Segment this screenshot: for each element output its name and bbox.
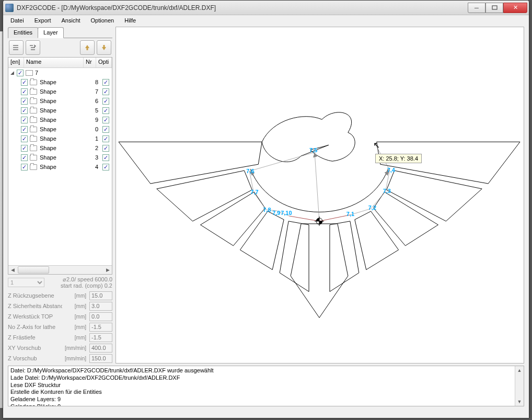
param-input[interactable] [89, 344, 112, 353]
folder-icon [30, 117, 37, 123]
menu-help[interactable]: Hilfe [120, 16, 140, 25]
row-name: Shape [40, 98, 92, 104]
checkbox[interactable] [17, 70, 24, 76]
checkbox[interactable] [21, 154, 28, 161]
checkbox[interactable] [21, 135, 28, 142]
tool-select[interactable]: 1 [8, 278, 44, 287]
drawing-canvas[interactable]: 7,5 7,6 7,7 7,8 7,9 7,10 7,1 7,2 7,3 7,4… [115, 27, 524, 364]
expand-icon[interactable]: ◢ [10, 70, 16, 75]
param-input[interactable] [89, 302, 112, 311]
checkbox[interactable] [102, 107, 109, 114]
menu-options[interactable]: Optionen [87, 16, 119, 25]
tree-row-root[interactable]: ◢ 7 [8, 68, 112, 77]
tree-row[interactable]: Shape0 [8, 124, 112, 134]
menu-view[interactable]: Ansicht [57, 16, 84, 25]
tree-row[interactable]: Shape9 [8, 115, 112, 124]
row-nr: 4 [92, 164, 101, 170]
tree-row[interactable]: Shape8 [8, 77, 112, 87]
param-input[interactable] [89, 323, 112, 332]
param-input[interactable] [89, 291, 112, 300]
checkbox[interactable] [21, 126, 28, 133]
collapse-all-button[interactable] [9, 40, 24, 55]
tab-entities[interactable]: Entities [8, 27, 38, 38]
pt-label: 7,4 [387, 167, 396, 173]
param-label: Z Sicherheits Abstand [8, 303, 62, 309]
tab-layer[interactable]: Layer [38, 27, 64, 38]
folder-icon [30, 127, 37, 132]
param-input[interactable] [89, 354, 112, 363]
checkbox[interactable] [21, 98, 28, 105]
move-down-button[interactable] [97, 40, 111, 55]
tree-hscrollbar[interactable]: ◀ ▶ [8, 265, 112, 274]
folder-icon [30, 164, 37, 170]
log-panel[interactable]: Datei: D:/MyWorkspace/DXF2GCODE/trunk/dx… [8, 366, 524, 406]
row-name: Shape [40, 154, 92, 161]
checkbox[interactable] [102, 98, 109, 105]
th-nr[interactable]: Nr [84, 58, 96, 67]
move-up-button[interactable] [80, 40, 95, 55]
scroll-down-icon[interactable]: ▼ [515, 398, 524, 406]
pt-label: 7,2 [368, 205, 376, 211]
checkbox[interactable] [102, 135, 109, 142]
checkbox[interactable] [21, 164, 28, 171]
checkbox[interactable] [102, 145, 109, 152]
scroll-up-icon[interactable]: ▲ [515, 366, 524, 374]
param-row: Z Rückzugsebene[mm] [8, 290, 112, 301]
checkbox[interactable] [21, 88, 28, 95]
tree-row[interactable]: Shape7 [8, 87, 112, 96]
tree-row[interactable]: Shape6 [8, 96, 112, 106]
param-row: Z Frästiefe[mm] [8, 332, 112, 343]
checkbox[interactable] [102, 126, 109, 133]
param-label: No Z-Axis for lathe [8, 324, 62, 330]
checkbox[interactable] [102, 88, 109, 95]
checkbox[interactable] [102, 117, 109, 123]
tree-row[interactable]: Shape2 [8, 143, 112, 153]
row-name: Shape [40, 117, 92, 123]
maximize-button[interactable] [485, 3, 503, 13]
tree-row[interactable]: Shape5 [8, 106, 112, 115]
minimize-button[interactable]: ─ [468, 3, 485, 13]
checkbox[interactable] [21, 117, 28, 123]
expand-all-button[interactable] [26, 40, 40, 55]
svg-line-22 [315, 152, 319, 221]
layer-tree[interactable]: [en] Name Nr Opti ◢ 7 Shape8Shape [8, 57, 112, 275]
checkbox[interactable] [21, 145, 28, 152]
checkbox[interactable] [21, 107, 28, 114]
pt-label: 7,8 [263, 207, 271, 213]
param-input[interactable] [89, 312, 112, 321]
param-row: Z Vorschub[mm/min] [8, 353, 112, 364]
scroll-thumb[interactable] [18, 266, 49, 274]
menu-file[interactable]: Datei [6, 16, 28, 25]
titlebar[interactable]: DXF2GCODE - [D:/MyWorkspace/DXF2GCODE/tr… [3, 1, 529, 15]
log-vscrollbar[interactable]: ▲ ▼ [515, 366, 524, 406]
checkbox[interactable] [102, 79, 109, 86]
checkbox[interactable] [21, 79, 28, 86]
menubar: Datei Export Ansicht Optionen Hilfe [3, 15, 529, 26]
log-line: Lese DXF Strucktur [10, 382, 522, 389]
svg-rect-0 [492, 6, 497, 9]
tree-header: [en] Name Nr Opti [8, 58, 112, 68]
tree-row[interactable]: Shape4 [8, 162, 112, 172]
pt-label: 7,1 [346, 211, 354, 217]
menu-export[interactable]: Export [30, 16, 55, 25]
row-nr: 9 [92, 117, 101, 123]
app-icon [5, 4, 14, 12]
layer-toolbar [8, 38, 112, 57]
row-nr: 6 [92, 98, 101, 104]
tree-row[interactable]: Shape1 [8, 134, 112, 143]
th-opt[interactable]: Opti [96, 58, 112, 67]
param-unit: [mm] [63, 324, 88, 330]
th-en[interactable]: [en] [8, 58, 24, 67]
scroll-left-icon[interactable]: ◀ [8, 266, 17, 274]
checkbox[interactable] [102, 154, 109, 161]
scroll-right-icon[interactable]: ▶ [103, 266, 112, 274]
close-button[interactable]: ✕ [503, 3, 527, 13]
side-panel: Entities Layer [en [8, 27, 112, 364]
tree-row[interactable]: Shape3 [8, 153, 112, 162]
th-name[interactable]: Name [24, 58, 84, 67]
log-line: Geladene Blöcke: 0 [10, 403, 522, 406]
param-unit: [mm] [63, 314, 88, 320]
folder-icon [30, 80, 37, 85]
param-input[interactable] [89, 333, 112, 342]
checkbox[interactable] [102, 164, 109, 171]
